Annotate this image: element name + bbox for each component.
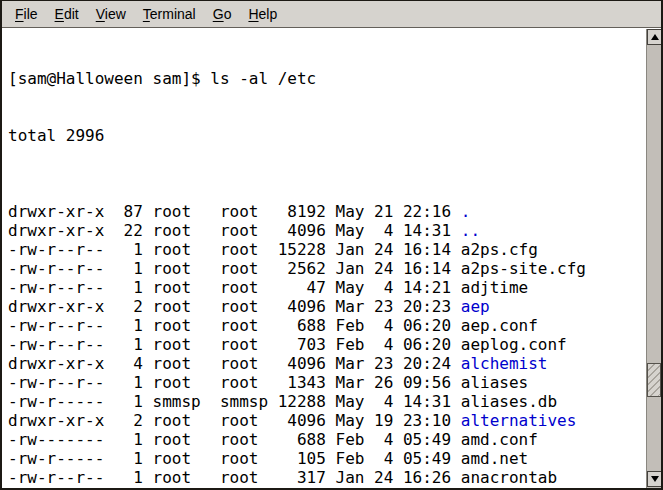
- file-attributes: -rw-r--r-- 1 root root 47 May 4 14:21: [8, 278, 461, 297]
- menu-item-label: o: [224, 6, 232, 22]
- file-attributes: -rw-r--r-- 1 root root 317 Jan 24 16:26: [8, 468, 461, 487]
- file-attributes: drwxr-xr-x 4 root root 4096 Mar 23 20:24: [8, 354, 461, 373]
- file-name: .: [461, 202, 471, 221]
- file-name: aliases: [461, 373, 528, 392]
- file-name: aep.conf: [461, 316, 538, 335]
- scrollbar[interactable]: [646, 29, 661, 488]
- arrow-down-icon: [651, 476, 659, 482]
- terminal-row: drwxr-xr-x 4 root root 4096 Mar 23 20:24…: [8, 354, 646, 373]
- file-attributes: drwxr-xr-x 22 root root 4096 May 4 14:31: [8, 221, 461, 240]
- menu-item-label: F: [15, 6, 24, 22]
- menu-item-terminal[interactable]: Terminal: [142, 4, 197, 24]
- total-line: total 2996: [8, 126, 646, 145]
- file-name: ..: [461, 221, 480, 240]
- file-attributes: -rw-r--r-- 1 root root 703 Feb 4 06:20: [8, 335, 461, 354]
- menu-item-view[interactable]: View: [95, 4, 127, 24]
- scrollbar-thumb[interactable]: [647, 363, 661, 397]
- shell-prompt-line: [sam@Halloween sam]$ ls -al /etc: [8, 69, 646, 88]
- menu-item-help[interactable]: Help: [247, 4, 278, 24]
- file-name: anacrontab: [461, 468, 557, 487]
- menu-item-label: T: [143, 6, 150, 22]
- file-attributes: -rw-r----- 1 smmsp smmsp 12288 May 4 14:…: [8, 392, 461, 411]
- menu-item-label: elp: [259, 6, 278, 22]
- file-attributes: drwxr-xr-x 2 root root 4096 May 19 23:10: [8, 411, 461, 430]
- terminal-row: -rw-r--r-- 1 root root 2562 Jan 24 16:14…: [8, 259, 646, 278]
- menu-item-label: dit: [64, 6, 79, 22]
- file-name: adjtime: [461, 278, 528, 297]
- terminal-row: drwxr-xr-x 22 root root 4096 May 4 14:31…: [8, 221, 646, 240]
- file-attributes: drwxr-xr-x 2 root root 4096 Mar 23 20:23: [8, 297, 461, 316]
- terminal-row: drwxr-xr-x 87 root root 8192 May 21 22:1…: [8, 202, 646, 221]
- terminal-row: -rw------- 1 root root 688 Feb 4 05:49 a…: [8, 430, 646, 449]
- terminal-row: -rw-r--r-- 1 root root 688 Feb 4 06:20 a…: [8, 316, 646, 335]
- file-name: alternatives: [461, 411, 577, 430]
- scroll-up-button[interactable]: [647, 29, 662, 45]
- terminal-pane: [sam@Halloween sam]$ ls -al /etc total 2…: [2, 29, 661, 488]
- file-attributes: -rw-r--r-- 1 root root 2562 Jan 24 16:14: [8, 259, 461, 278]
- file-name: atalk: [461, 487, 509, 488]
- file-name: amd.conf: [461, 430, 538, 449]
- terminal-row: drwxr-xr-x 2 root root 4096 Mar 23 20:23…: [8, 297, 646, 316]
- file-attributes: -rw-r--r-- 1 root root 688 Feb 4 06:20: [8, 316, 461, 335]
- file-name: a2ps-site.cfg: [461, 259, 586, 278]
- file-attributes: drwxr-xr-x 87 root root 8192 May 21 22:1…: [8, 202, 461, 221]
- arrow-up-icon: [651, 34, 659, 40]
- file-name: aeplog.conf: [461, 335, 567, 354]
- menu-item-edit[interactable]: Edit: [54, 4, 80, 24]
- terminal-row: -rw-r--r-- 1 root root 317 Jan 24 16:26 …: [8, 468, 646, 487]
- menu-item-label: G: [213, 6, 224, 22]
- file-name: aep: [461, 297, 490, 316]
- file-name: amd.net: [461, 449, 528, 468]
- terminal-row: drwxr-xr-x 3 root root 4096 Mar 23 20:59…: [8, 487, 646, 488]
- menu-item-label: erminal: [150, 6, 196, 22]
- menu-item-go[interactable]: Go: [212, 4, 233, 24]
- scroll-down-button[interactable]: [647, 471, 662, 487]
- terminal-row: -rw-r--r-- 1 root root 703 Feb 4 06:20 a…: [8, 335, 646, 354]
- menu-item-label: ile: [24, 6, 38, 22]
- file-name: a2ps.cfg: [461, 240, 538, 259]
- file-name: alchemist: [461, 354, 548, 373]
- file-attributes: drwxr-xr-x 3 root root 4096 Mar 23 20:59: [8, 487, 461, 488]
- file-attributes: -rw-r--r-- 1 root root 1343 Mar 26 09:56: [8, 373, 461, 392]
- terminal-window: File Edit View Terminal Go Help [sam@Hal…: [0, 0, 663, 490]
- menu-item-label: E: [55, 6, 64, 22]
- menu-bar: File Edit View Terminal Go Help: [2, 1, 661, 28]
- file-name: aliases.db: [461, 392, 557, 411]
- file-attributes: -rw-r----- 1 root root 105 Feb 4 05:49: [8, 449, 461, 468]
- menu-item-file[interactable]: File: [14, 4, 39, 24]
- terminal-row: -rw-r--r-- 1 root root 15228 Jan 24 16:1…: [8, 240, 646, 259]
- menu-item-label: iew: [105, 6, 126, 22]
- menu-item-label: H: [248, 6, 258, 22]
- terminal-row: -rw-r--r-- 1 root root 47 May 4 14:21 ad…: [8, 278, 646, 297]
- terminal-output[interactable]: [sam@Halloween sam]$ ls -al /etc total 2…: [2, 29, 646, 488]
- terminal-row: -rw-r--r-- 1 root root 1343 Mar 26 09:56…: [8, 373, 646, 392]
- file-attributes: -rw------- 1 root root 688 Feb 4 05:49: [8, 430, 461, 449]
- menu-item-label: V: [96, 6, 105, 22]
- terminal-row: -rw-r----- 1 root root 105 Feb 4 05:49 a…: [8, 449, 646, 468]
- terminal-row: -rw-r----- 1 smmsp smmsp 12288 May 4 14:…: [8, 392, 646, 411]
- file-attributes: -rw-r--r-- 1 root root 15228 Jan 24 16:1…: [8, 240, 461, 259]
- terminal-row: drwxr-xr-x 2 root root 4096 May 19 23:10…: [8, 411, 646, 430]
